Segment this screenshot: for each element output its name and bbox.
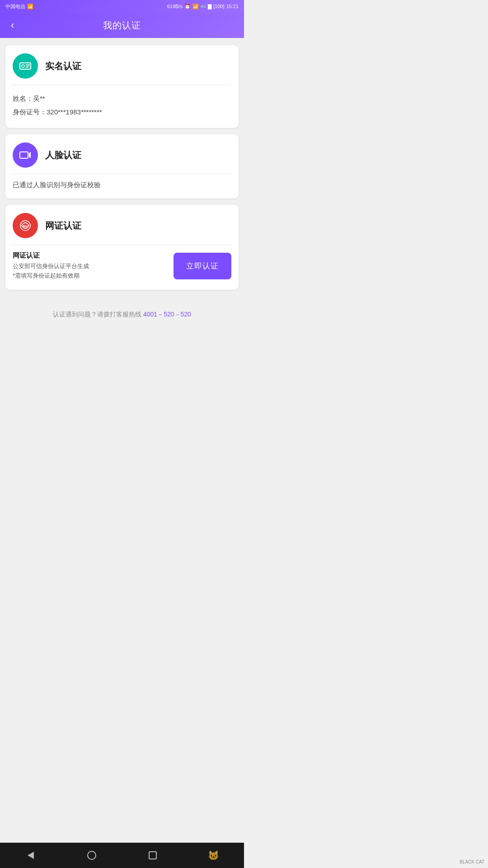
net-cert-card: 网证 网证认证 网证认证 公安部可信身份认证平台生成*需填写身份证起始有效期 立… [5, 205, 239, 290]
net-cert-header: 网证 网证认证 [13, 213, 231, 245]
svg-point-1 [22, 65, 24, 67]
real-name-info: 姓名：吴** 身份证号：320***1983******** [13, 92, 231, 119]
id-value: 320***1983******** [47, 108, 102, 116]
real-name-header: 实名认证 [13, 53, 231, 85]
id-row: 身份证号：320***1983******** [13, 105, 231, 119]
carrier-label: 中国电信 [5, 3, 25, 10]
cert-action-button[interactable]: 立即认证 [174, 253, 231, 279]
net-cert-icon: 网证 [13, 213, 38, 238]
face-auth-header: 人脸认证 [13, 142, 231, 175]
net-cert-main-text: 网证认证 [13, 251, 168, 260]
help-label: 认证遇到问题？请拨打客服热线 [53, 311, 141, 318]
status-bar: 中国电信 📶 618B/s ⏰ 📶 4G ▇ [100] 15:21 [0, 0, 244, 13]
name-row: 姓名：吴** [13, 92, 231, 105]
time-label: 15:21 [226, 4, 239, 9]
real-name-title: 实名认证 [45, 60, 81, 72]
real-name-card: 实名认证 姓名：吴** 身份证号：320***1983******** [5, 45, 239, 128]
svg-marker-6 [29, 152, 31, 158]
svg-rect-5 [20, 152, 28, 158]
page-title: 我的认证 [103, 19, 141, 32]
name-value: 吴** [33, 94, 45, 102]
back-button[interactable]: ‹ [7, 16, 18, 35]
cert-svg: 网证 [19, 219, 32, 232]
app-header: ‹ 我的认证 [0, 13, 244, 38]
face-auth-title: 人脸认证 [45, 149, 81, 161]
face-auth-card: 人脸认证 已通过人脸识别与身份证校验 [5, 134, 239, 198]
name-label: 姓名： [13, 94, 33, 102]
back-icon: ‹ [11, 19, 14, 31]
real-name-icon [13, 53, 38, 79]
hotline-number[interactable]: 4001－520－520 [143, 311, 191, 318]
status-right: 618B/s ⏰ 📶 4G ▇ [100] 15:21 [167, 4, 239, 9]
battery-icon: [100] [213, 4, 224, 9]
status-left: 中国电信 📶 [5, 3, 33, 10]
id-card-svg [19, 60, 32, 72]
face-auth-desc: 已通过人脸识别与身份证校验 [13, 181, 231, 189]
net-cert-text-block: 网证认证 公安部可信身份认证平台生成*需填写身份证起始有效期 [13, 251, 168, 281]
network-icon: 4G [201, 4, 206, 9]
video-svg [19, 149, 32, 161]
help-section: 认证遇到问题？请拨打客服热线 4001－520－520 [0, 297, 244, 326]
id-label: 身份证号： [13, 108, 47, 116]
net-cert-body: 网证认证 公安部可信身份认证平台生成*需填写身份证起始有效期 立即认证 [13, 251, 231, 281]
face-auth-icon [13, 142, 38, 168]
net-cert-sub-text: 公安部可信身份认证平台生成*需填写身份证起始有效期 [13, 262, 168, 281]
alarm-icon: ⏰ [184, 4, 191, 9]
main-content: 实名认证 姓名：吴** 身份证号：320***1983******** 人脸认证… [0, 38, 244, 297]
carrier-icon: 📶 [27, 4, 33, 9]
speed-label: 618B/s [167, 4, 183, 9]
signal-icon: ▇ [208, 4, 211, 9]
net-cert-title: 网证认证 [45, 220, 81, 232]
nav-spacer [0, 326, 244, 358]
wifi-icon: 📶 [192, 4, 199, 9]
